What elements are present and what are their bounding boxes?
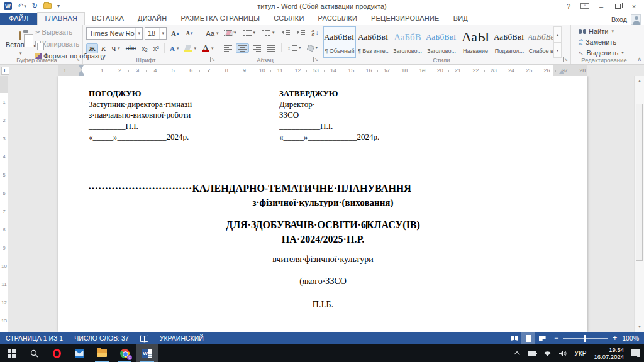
paragraph-dialog-launcher[interactable]: ↘	[313, 57, 319, 62]
ribbon-tab[interactable]: ВИД	[447, 13, 475, 25]
align-center-button[interactable]	[236, 43, 249, 53]
ribbon-tab[interactable]: РАССЫЛКИ	[311, 13, 364, 25]
strikethrough-button[interactable]: abc	[123, 43, 138, 53]
language-indicator[interactable]: УКРАИНСКИЙ	[154, 332, 209, 344]
decrease-indent-button[interactable]	[279, 28, 292, 38]
ribbon-tab[interactable]: ФАЙЛ	[0, 13, 37, 25]
customize-qat-button[interactable]: ▾	[57, 4, 60, 8]
align-right-button[interactable]	[250, 43, 264, 53]
find-button[interactable]: Найти▾	[576, 26, 616, 36]
align-left-button[interactable]	[221, 43, 235, 53]
italic-button[interactable]: К	[99, 43, 108, 53]
bold-button[interactable]: Ж	[86, 43, 98, 53]
gallery-up-button[interactable]: ▴	[554, 27, 561, 42]
subscript-button[interactable]: x₂	[139, 43, 150, 53]
shading-button[interactable]: ▾	[305, 44, 321, 52]
style-item[interactable]: АаБбВвГг, ¶ Без инте...	[357, 26, 390, 58]
hanging-indent-marker[interactable]	[79, 68, 84, 74]
clock[interactable]: 19:54 16.07.2024	[592, 344, 626, 362]
language-switcher[interactable]: УКР	[573, 344, 589, 362]
start-button[interactable]	[0, 344, 23, 362]
taskbar-mail[interactable]	[68, 344, 91, 362]
open-folder-icon[interactable]	[43, 3, 52, 9]
zoom-out-button[interactable]: −	[554, 334, 558, 343]
ribbon-tab[interactable]: ССЫЛКИ	[267, 13, 311, 25]
grow-font-button[interactable]: А▴	[169, 28, 181, 38]
proofing-status[interactable]	[135, 332, 154, 344]
font-dialog-launcher[interactable]: ↘	[210, 57, 216, 62]
scroll-up-button[interactable]: ▲	[635, 76, 644, 86]
highlight-color-button[interactable]: ▾	[182, 43, 199, 53]
zoom-slider[interactable]	[563, 338, 608, 339]
numbering-button[interactable]: ▾	[241, 28, 258, 38]
taskbar-search-button[interactable]	[23, 344, 45, 362]
font-size-combo[interactable]: 18▾	[145, 27, 167, 40]
font-family-combo[interactable]: Times New Ro▾	[86, 27, 143, 40]
style-item[interactable]: АаБбВвГ Заголово...	[425, 26, 458, 58]
ribbon: Вставить ▾ ✂Вырезать Копировать Формат п…	[0, 25, 644, 65]
scrollbar-thumb[interactable]	[636, 104, 643, 261]
battery-indicator[interactable]	[526, 344, 538, 362]
ribbon-tab[interactable]: ВСТАВКА	[85, 13, 131, 25]
taskbar-word[interactable]: W	[136, 344, 158, 362]
text-effects-button[interactable]: А▾	[167, 43, 181, 53]
taskbar-opera[interactable]	[45, 344, 68, 362]
sort-button[interactable]: АЯ↓	[309, 28, 321, 38]
increase-indent-button[interactable]	[294, 28, 308, 38]
style-item[interactable]: АаБбВвГг, ¶ Обычный	[323, 26, 356, 58]
sign-in[interactable]: Вход	[611, 14, 644, 25]
shrink-font-button[interactable]: А▾	[183, 29, 195, 38]
underline-button[interactable]: Ч▾	[109, 43, 123, 53]
restore-button[interactable]	[610, 1, 625, 11]
right-indent-marker[interactable]	[559, 68, 564, 74]
style-item[interactable]: АаБбВвГ Подзагол...	[493, 26, 526, 58]
page-indicator[interactable]: СТРАНИЦА 1 ИЗ 1	[0, 332, 69, 344]
minimize-button[interactable]: –	[594, 1, 609, 11]
tab-selector[interactable]: L	[1, 67, 9, 75]
web-layout-button[interactable]	[535, 332, 549, 344]
taskbar-file-explorer[interactable]	[91, 344, 113, 362]
replace-button[interactable]: abacЗаменить	[576, 37, 619, 47]
word-count[interactable]: ЧИСЛО СЛОВ: 37	[69, 332, 135, 344]
close-button[interactable]: ×	[626, 1, 641, 11]
collapse-ribbon-button[interactable]: ∧	[637, 56, 641, 62]
style-item[interactable]: АаЫ Название	[459, 26, 492, 58]
print-layout-button[interactable]	[521, 332, 535, 344]
styles-dialog-launcher[interactable]: ↘	[563, 57, 569, 62]
increase-indent-icon	[297, 30, 305, 36]
zoom-in-button[interactable]: +	[613, 334, 617, 343]
superscript-button[interactable]: x²	[151, 43, 162, 53]
align-left-icon	[224, 45, 232, 52]
ribbon-display-options-button[interactable]: ^	[577, 1, 592, 11]
redo-button[interactable]: ↻	[32, 2, 38, 10]
vertical-scrollbar[interactable]: ▲ ▼	[634, 76, 644, 332]
network-indicator[interactable]	[541, 344, 553, 362]
line-spacing-button[interactable]: ↕▾	[285, 43, 304, 53]
volume-indicator[interactable]	[557, 344, 569, 362]
scroll-down-button[interactable]: ▼	[635, 322, 644, 332]
taskbar-chrome[interactable]: C	[113, 344, 136, 362]
ribbon-tab[interactable]: ГЛАВНАЯ	[37, 12, 85, 25]
font-color-button[interactable]: А▾	[199, 43, 216, 53]
help-button[interactable]: ?	[561, 1, 576, 11]
justify-button[interactable]	[265, 43, 278, 53]
ruler-number: 21	[449, 65, 467, 76]
gallery-down-button[interactable]: ▾	[554, 42, 561, 58]
multilevel-list-button[interactable]: ▾	[260, 28, 277, 38]
undo-button[interactable]: ↶▾	[18, 2, 26, 10]
ribbon-tab[interactable]: РЕЦЕНЗИРОВАНИЕ	[364, 13, 447, 25]
editing-group-label: Редактирование	[571, 57, 637, 63]
document-page[interactable]: ПОГОДЖУЮЗаступник·директора·гімназіїз·на…	[58, 76, 587, 332]
ribbon-tab[interactable]: РАЗМЕТКА СТРАНИЦЫ	[174, 13, 267, 25]
vertical-ruler[interactable]: 12345678910111213	[0, 76, 8, 332]
zoom-slider-thumb[interactable]	[584, 335, 586, 342]
clipboard-dialog-launcher[interactable]: ↘	[75, 57, 80, 62]
action-center-button[interactable]	[630, 344, 641, 362]
read-mode-button[interactable]	[508, 332, 521, 344]
horizontal-ruler[interactable]: 1 12345678910111213141516171819202122232…	[58, 65, 587, 76]
ribbon-tab[interactable]: ДИЗАЙН	[131, 13, 174, 25]
bullets-button[interactable]: ▾	[221, 28, 239, 38]
style-item[interactable]: АаБбВ Заголово...	[391, 26, 424, 58]
zoom-percentage[interactable]: 100%	[622, 334, 644, 342]
hidden-icons-button[interactable]	[514, 344, 522, 362]
